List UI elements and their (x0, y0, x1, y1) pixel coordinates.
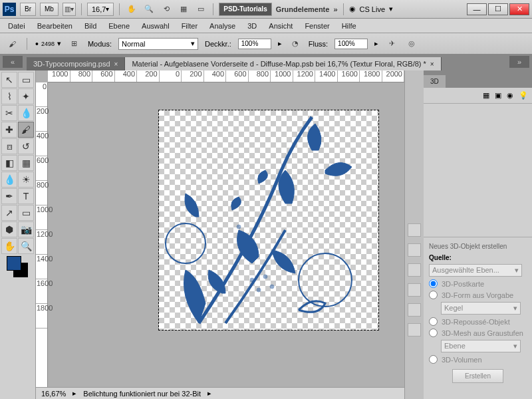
bridge-button[interactable]: Br (20, 3, 36, 16)
dock-icon[interactable] (408, 283, 421, 297)
close-icon[interactable]: × (114, 61, 118, 68)
ruler-vertical[interactable]: 020040060080010001200140016001800 (36, 82, 48, 387)
blur-tool[interactable]: 💧 (1, 172, 17, 188)
cslive-icon[interactable]: ◉ (349, 5, 356, 13)
brush-tool[interactable]: 🖌 (18, 122, 34, 138)
minimize-button[interactable]: — (467, 3, 487, 15)
close-icon[interactable]: × (430, 61, 434, 68)
stamp-tool[interactable]: ⧈ (1, 138, 17, 154)
minibridge-button[interactable]: Mb (40, 3, 59, 16)
create-button[interactable]: Erstellen (452, 369, 503, 383)
hand-icon[interactable]: ✋ (125, 3, 138, 16)
right-panels: 3D ▦ ▣ ◉ 💡 Neues 3D-Objekt erstellen Que… (404, 70, 532, 399)
options-bar: 🖌 • 2498▾ ⊞ Modus: Normal▾ Deckkr.: ▸ ◔ … (0, 33, 532, 55)
path-tool[interactable]: ↗ (1, 205, 17, 221)
dock-icon[interactable] (408, 223, 421, 237)
more-icon[interactable]: » (333, 5, 337, 13)
svg-point-7 (237, 225, 241, 229)
radio-volumen[interactable] (429, 355, 438, 364)
opacity-input[interactable] (238, 39, 271, 49)
panel-tab-3d[interactable]: 3D (424, 75, 446, 88)
flow-input[interactable] (334, 39, 368, 49)
zoom-icon[interactable]: 🔍 (142, 3, 156, 16)
layout-dropdown[interactable]: ▥▾ (63, 3, 76, 16)
menu-3d[interactable]: 3D (247, 22, 257, 30)
menu-bild[interactable]: Bild (84, 22, 96, 30)
dodge-tool[interactable]: ☀ (18, 172, 34, 188)
app-logo[interactable]: Ps (3, 3, 16, 16)
brush-tool-icon[interactable]: 🖌 (5, 37, 19, 51)
lasso-tool[interactable]: ⌇ (1, 88, 17, 104)
3d-tool[interactable]: ⬢ (1, 221, 17, 237)
close-button[interactable]: ✕ (509, 3, 529, 15)
eyedrop-tool[interactable]: 💧 (18, 105, 34, 121)
ruler-horizontal[interactable]: 1000800600400200020040060080010001200140… (48, 70, 404, 82)
workspace-button[interactable]: PSD-Tutorials (219, 3, 271, 16)
source-select[interactable]: Ausgewählte Eben...▾ (429, 264, 522, 277)
heal-tool[interactable]: ✚ (1, 122, 17, 138)
modus-label: Modus: (88, 40, 112, 48)
hand-tool[interactable]: ✋ (1, 238, 17, 254)
radio-postkarte[interactable] (429, 279, 438, 288)
screen-icon[interactable]: ▭ (194, 3, 207, 16)
tablet-size-icon[interactable]: ◎ (405, 37, 418, 51)
menu-filter[interactable]: Filter (182, 22, 198, 30)
eraser-tool[interactable]: ◧ (1, 155, 17, 171)
maximize-button[interactable]: ☐ (488, 3, 508, 15)
status-zoom[interactable]: 16,67% (41, 390, 66, 398)
lights-icon[interactable]: 💡 (519, 91, 528, 100)
color-swatches[interactable] (1, 255, 34, 279)
arrange-icon[interactable]: ▦ (177, 3, 190, 16)
menu-hilfe[interactable]: Hilfe (342, 22, 356, 30)
document-tab-1[interactable]: 3D-Typocomposing.psd× (27, 57, 125, 70)
fg-color[interactable] (7, 256, 21, 271)
menu-bearbeiten[interactable]: Bearbeiten (37, 22, 72, 30)
pen-tool[interactable]: ✒ (1, 188, 17, 204)
document-canvas[interactable] (159, 110, 378, 330)
zoom-tool[interactable]: 🔍 (18, 238, 34, 254)
cslive-label[interactable]: CS Live (360, 5, 386, 13)
airbrush-icon[interactable]: ✈ (385, 37, 398, 51)
radio-form[interactable] (429, 291, 438, 299)
tabs-scroll-right[interactable]: » (509, 56, 529, 68)
materials-icon[interactable]: ◉ (507, 91, 513, 100)
menu-ebene[interactable]: Ebene (108, 22, 130, 30)
radio-mesh[interactable] (429, 329, 438, 337)
document-tab-2[interactable]: Material - Aufgeblasene Vorderseite d - … (125, 57, 441, 70)
dock-icon[interactable] (408, 303, 421, 317)
shape-tool[interactable]: ▭ (18, 205, 34, 221)
scene-icon[interactable]: ▦ (483, 91, 489, 100)
dock-icon[interactable] (408, 323, 421, 336)
title-bar: Ps Br Mb ▥▾ 16,7 ▾ ✋ 🔍 ⟲ ▦ ▭ PSD-Tutoria… (0, 0, 532, 19)
dock-icon[interactable] (408, 263, 421, 277)
menu-datei[interactable]: Datei (8, 22, 25, 30)
modus-select[interactable]: Normal▾ (118, 38, 198, 50)
radio-repousse[interactable] (429, 317, 438, 326)
history-brush-tool[interactable]: ↺ (18, 138, 34, 154)
crop-tool[interactable]: ✂ (1, 105, 17, 121)
move-tool[interactable]: ↖ (1, 72, 17, 88)
dock-icon[interactable] (408, 243, 421, 257)
dock-icons (405, 70, 424, 399)
gradient-tool[interactable]: ▦ (18, 155, 34, 171)
wand-tool[interactable]: ✦ (18, 88, 34, 104)
menu-fenster[interactable]: Fenster (305, 22, 329, 30)
rotate-icon[interactable]: ⟲ (160, 3, 173, 16)
mesh-icon[interactable]: ▣ (495, 91, 501, 100)
brush-panel-icon[interactable]: ⊞ (68, 37, 81, 51)
marquee-tool[interactable]: ▭ (18, 72, 34, 88)
tablet-opacity-icon[interactable]: ◔ (289, 37, 302, 51)
menu-ansicht[interactable]: Ansicht (269, 22, 293, 30)
shape-select[interactable]: Kegel▾ (441, 302, 521, 315)
zoom-level[interactable]: 16,7 ▾ (87, 3, 114, 16)
status-bar: 16,67% ▸ Belichtung funktioniert nur bei… (36, 387, 404, 399)
workspace-label[interactable]: Grundelemente (276, 5, 330, 13)
menu-analyse[interactable]: Analyse (209, 22, 235, 30)
canvas-area: 1000800600400200020040060080010001200140… (36, 70, 404, 399)
type-tool[interactable]: T (18, 188, 34, 204)
mesh-select[interactable]: Ebene▾ (441, 340, 521, 352)
tabs-scroll-left[interactable]: « (3, 56, 23, 68)
brush-preset[interactable]: • 2498▾ (35, 39, 61, 49)
3d-camera-tool[interactable]: 📷 (18, 221, 34, 237)
menu-auswahl[interactable]: Auswahl (142, 22, 170, 30)
